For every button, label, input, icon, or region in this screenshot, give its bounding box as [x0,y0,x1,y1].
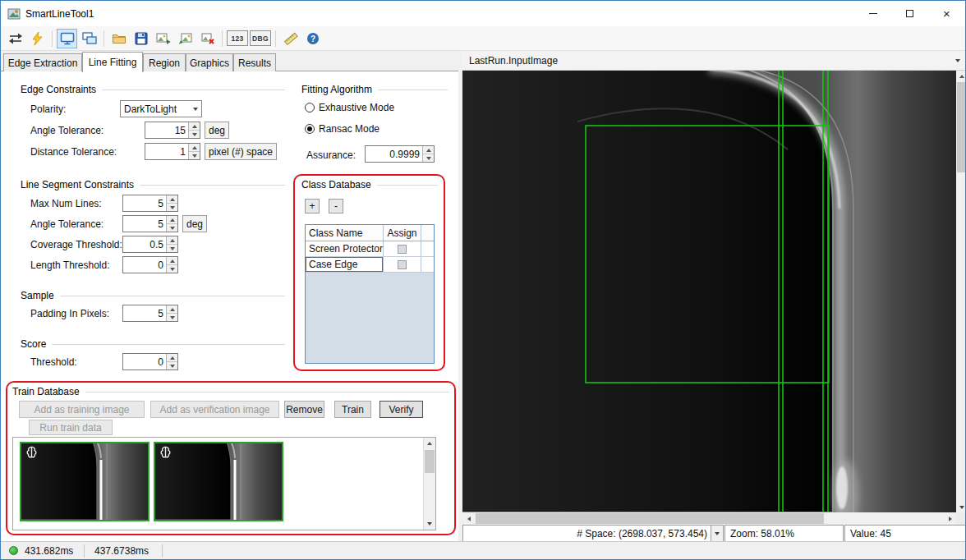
spin-down-icon[interactable] [167,361,177,370]
tab-results[interactable]: Results [233,53,276,71]
scroll-up-icon[interactable] [956,71,966,81]
verify-button[interactable]: Verify [380,401,423,418]
export-image-icon[interactable] [153,29,173,48]
spin-up-icon[interactable] [167,216,177,223]
viewer-header[interactable]: LastRun.InputImage [462,51,966,71]
padding-in-pixels-input[interactable]: 5 [122,305,178,322]
measure-ruler-icon[interactable] [280,29,301,48]
coverage-threshold-input[interactable]: 0.5 [122,236,178,253]
spin-up-icon[interactable] [189,144,200,151]
add-training-image-button[interactable]: Add as training image [19,401,145,418]
spin-down-icon[interactable] [189,130,200,138]
remove-button[interactable]: Remove [284,401,324,418]
scroll-right-icon[interactable] [944,512,956,525]
tab-edge-extraction[interactable]: Edge Extraction [3,53,82,71]
add-verification-image-button[interactable]: Add as verification image [150,401,279,418]
spin-down-icon[interactable] [423,154,434,162]
parameters-panel: Edge Extraction Line Fitting Region Grap… [1,51,458,541]
spin-up-icon[interactable] [167,354,177,361]
spin-down-icon[interactable] [167,313,177,321]
spin-down-icon[interactable] [189,151,200,159]
class-row[interactable]: Case Edge [306,257,434,273]
angle-tolerance-input[interactable]: 15 [145,122,200,139]
image-canvas[interactable] [462,71,956,512]
class-remove-button[interactable]: - [329,199,343,213]
save-file-icon[interactable] [131,29,151,48]
import-image-icon[interactable] [175,29,196,48]
max-num-lines-input[interactable]: 5 [122,195,178,212]
polarity-dropdown[interactable]: DarkToLight [120,100,202,117]
class-add-button[interactable]: + [305,199,320,213]
show-image-icon[interactable] [57,29,77,48]
scroll-down-icon[interactable] [424,518,435,530]
inspection-image[interactable] [462,71,956,512]
assurance-label: Assurance: [306,149,356,161]
assign-checkbox[interactable] [398,245,407,254]
spin-down-icon[interactable] [167,203,177,211]
radio-ransac-mode[interactable]: Ransac Mode [305,123,380,135]
col-assign[interactable]: Assign [384,225,421,241]
max-num-lines-label: Max Num Lines: [30,198,102,209]
run-train-data-button[interactable]: Run train data [29,420,113,435]
scroll-up-icon[interactable] [424,438,435,449]
class-row[interactable]: Screen Protector [306,241,434,257]
spin-down-icon[interactable] [167,223,177,232]
viewer-horizontal-scrollbar[interactable] [462,512,956,525]
tabstrip: Edge Extraction Line Fitting Region Grap… [1,51,458,71]
scroll-thumb[interactable] [425,450,435,473]
debug-button[interactable]: DBG [250,30,271,46]
class-table: Class Name Assign Screen Protector Case … [305,224,435,364]
tab-graphics[interactable]: Graphics [186,53,233,71]
angle-tolerance-label: Angle Tolerance: [30,125,104,136]
space-combobox[interactable]: # Space: (2698.037, 573.454) [462,525,724,543]
spin-up-icon[interactable] [167,305,177,313]
scroll-thumb[interactable] [957,82,966,172]
maximize-button[interactable] [891,1,928,26]
close-button[interactable]: × [928,1,965,26]
score-threshold-label: Threshold: [30,356,77,368]
distance-tolerance-unit: pixel (#) space [205,143,277,160]
show-image-copy-icon[interactable] [79,29,99,48]
score-threshold-input[interactable]: 0 [122,353,178,370]
spin-down-icon[interactable] [167,264,177,273]
radio-icon [305,103,315,112]
scroll-thumb[interactable] [476,513,824,524]
spin-down-icon[interactable] [167,244,177,252]
train-thumbnail[interactable] [154,442,283,521]
assurance-input[interactable]: 0.9999 [365,145,435,163]
spin-up-icon[interactable] [167,236,177,244]
length-threshold-input[interactable]: 0 [122,256,178,273]
train-button[interactable]: Train [334,401,371,418]
open-file-icon[interactable] [108,29,129,48]
collapse-chevron-icon[interactable] [955,59,960,62]
tab-line-fitting[interactable]: Line Fitting [82,52,143,72]
space-combo-chevron-icon[interactable] [711,526,723,542]
length-threshold-label: Length Threshold: [30,259,110,271]
padding-in-pixels-label: Padding In Pixels: [30,308,109,319]
tab-region[interactable]: Region [143,53,186,71]
train-list-scrollbar[interactable] [423,438,435,530]
fitting-algorithm-group-title: Fitting Algorithm [301,84,448,95]
coverage-threshold-label: Coverage Threshold: [30,239,122,250]
sample-group-title: Sample [21,290,285,301]
spin-up-icon[interactable] [167,257,177,264]
assign-checkbox[interactable] [398,260,407,269]
radio-exhaustive-mode[interactable]: Exhaustive Mode [305,102,394,113]
distance-tolerance-input[interactable]: 1 [145,143,200,160]
toolbar-separator [222,30,223,47]
segment-angle-tolerance-input[interactable]: 5 [122,215,178,232]
scroll-down-icon[interactable] [956,502,966,512]
minimize-button[interactable] [854,1,891,26]
run-loop-icon[interactable] [5,29,25,48]
spin-up-icon[interactable] [167,195,177,203]
spin-up-icon[interactable] [189,122,200,130]
run-once-lightning-icon[interactable] [27,29,48,48]
numeric-display-button[interactable]: 123 [227,30,248,46]
col-class-name[interactable]: Class Name [306,225,384,241]
scroll-left-icon[interactable] [462,512,475,525]
viewer-vertical-scrollbar[interactable] [956,71,966,512]
record-image-icon[interactable] [197,29,218,48]
train-thumbnail[interactable] [20,442,150,521]
spin-up-icon[interactable] [423,146,434,154]
help-icon[interactable]: ? [302,29,323,48]
